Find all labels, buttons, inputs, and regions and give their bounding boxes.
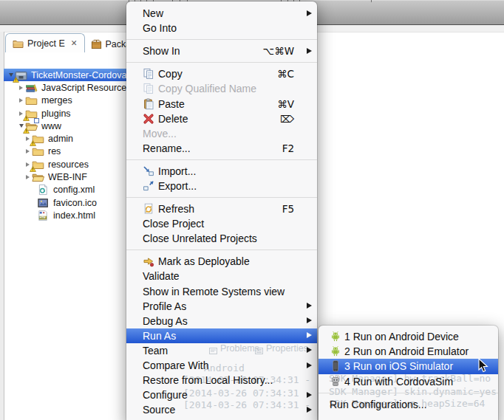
menu-item-debug-as[interactable]: Debug As [126,314,317,328]
tree-item-www[interactable]: www [4,120,126,132]
menu-item-run-as[interactable]: Run As [126,328,317,343]
menu-item-label: 4 Run with CordovaSim [344,376,453,388]
tab-close-icon[interactable]: ✕ [71,39,78,47]
submenu-item-4-run-with-cordovasim[interactable]: 4 Run with CordovaSim [319,374,498,389]
menu-item-new[interactable]: New [126,6,317,21]
menu-item-label: Profile As [143,300,186,312]
submenu-arrow-icon [307,317,312,323]
menu-item-label: Export... [158,180,197,192]
tree-item-res[interactable]: res [4,145,126,158]
expand-arrow-icon[interactable] [24,149,32,154]
menu-item-close-unrelated-projects[interactable]: Close Unrelated Projects [126,231,317,246]
submenu-arrow-icon [307,362,312,368]
menu-item-copy-qualified-name[interactable]: Copy Qualified Name [126,81,317,96]
menu-item-close-project[interactable]: Close Project [126,216,317,231]
menu-item-shortcut: ⌦ [280,113,294,125]
import-icon [143,165,154,177]
tree-item-label: TicketMonster-Cordova [31,70,126,80]
context-menu: Problems Properties Android [2014-03-26 … [126,1,317,420]
menu-item-label: Close Unrelated Projects [143,233,257,244]
tree-item-icon-wrap [25,120,38,132]
menu-item-copy[interactable]: Copy⌘C [126,66,317,81]
warning-overlay-icon [23,128,30,134]
package-explorer-icon [91,39,102,49]
menu-item-label: Refresh [158,203,194,215]
menu-item-export[interactable]: Export... [126,179,317,193]
menu-item-mark-as-deployable[interactable]: Mark as Deployable [126,254,317,269]
menu-separator [319,393,498,393]
tree-item-icon-wrap [15,69,27,81]
menu-item-shortcut: F2 [282,142,294,154]
submenu-arrow-icon [307,407,312,413]
menu-item-compare-with[interactable]: Compare With [126,358,317,373]
tree-item-merges[interactable]: merges [4,94,126,107]
menu-item-label: Show in Remote Systems view [143,286,285,297]
menu-item-label: Validate [143,270,180,282]
menu-item-source[interactable]: Source [126,402,317,417]
tree-item-label: favicon.ico [53,198,97,208]
menu-item-team[interactable]: Team [126,343,317,358]
export-icon [143,180,154,192]
tree-item-admin[interactable]: admin [4,132,126,145]
menu-item-validate[interactable]: Validate [126,269,317,283]
deploy-icon [143,255,154,267]
menu-item-label: Source [143,404,175,416]
tree-item-plugins[interactable]: plugins [4,107,126,120]
submenu-item-run-configurations[interactable]: Run Configurations... [319,397,498,412]
menu-item-paste[interactable]: Paste⌘V [126,96,317,111]
image-file-icon [37,197,50,209]
menu-item-configure[interactable]: Configure [126,388,317,402]
tree-item-web-inf[interactable]: WEB-INF [4,171,126,183]
tree-item-label: JavaScript Resources [41,83,126,93]
submenu-item-2-run-on-android-emulator[interactable]: 2 Run on Android Emulator [319,344,498,359]
menu-item-delete[interactable]: Delete⌦ [126,111,317,126]
menu-item-profile-as[interactable]: Profile As [126,299,317,314]
menu-item-label: 2 Run on Android Emulator [344,345,469,357]
tree-item-javascript-resources[interactable]: JavaScript Resources [4,81,126,94]
menu-item-shortcut: ⌘C [277,68,294,80]
tree-item-label: WEB-INF [48,172,87,182]
menu-item-shortcut: F5 [282,203,294,215]
cordovasim-icon [330,376,341,388]
menu-item-move[interactable]: Move... [126,126,317,141]
expand-arrow-icon[interactable] [17,86,25,90]
menu-item-label: Configure [143,389,188,401]
tree-item-label: res [48,146,61,156]
menu-item-go-into[interactable]: Go Into [126,21,317,35]
menu-separator [126,39,317,40]
refresh-icon [143,203,154,215]
menu-item-label: Delete [158,113,188,125]
expand-arrow-icon[interactable] [17,98,25,103]
tree-item-label: merges [41,95,72,106]
tab-project-explorer-label: Project E [27,38,65,49]
tree-item-label: config.xml [53,185,95,195]
tab-project-explorer[interactable]: Project E ✕ [5,33,85,52]
tree-item-ticketmonster-cordova[interactable]: TicketMonster-Cordova [4,69,126,81]
menu-separator [126,249,317,250]
menu-item-label: Rename... [143,142,191,154]
menu-item-rename[interactable]: Rename...F2 [126,141,317,156]
menu-item-import[interactable]: Import... [126,164,317,179]
project-explorer-icon [13,38,24,49]
eclipse-window: { "tabs": { "active": {"label": "Project… [0,0,504,420]
menu-item-show-in-remote-systems-view[interactable]: Show in Remote Systems view [126,284,317,299]
tree-item-icon-wrap [25,82,38,94]
menu-item-label: Copy Qualified Name [158,83,256,94]
tree-item-resources[interactable]: resources [4,158,126,171]
toolbar-highlight [0,0,504,1]
menu-separator [126,159,317,160]
menu-item-refresh[interactable]: RefreshF5 [126,202,317,216]
submenu-item-1-run-on-android-device[interactable]: 1 Run on Android Device [319,329,498,344]
menu-item-label: Import... [158,165,196,177]
submenu-arrow-icon [307,332,312,338]
menu-item-restore-from-local-history[interactable]: Restore from Local History... [126,373,317,388]
tree-item-favicon-ico[interactable]: favicon.ico [4,196,126,209]
tree-item-index-html[interactable]: HTMindex.html [4,209,126,221]
submenu-item-3-run-on-ios-simulator[interactable]: 3 Run on iOS Simulator [319,359,498,373]
expand-arrow-icon[interactable] [24,175,32,179]
tree-item-config-xml[interactable]: config.xml [4,184,126,196]
menu-item-label: Close Project [143,218,204,230]
html-file-icon: HTM [37,210,50,221]
menu-item-label: Debug As [143,315,188,327]
menu-item-show-in[interactable]: Show In⌥⌘W [126,44,317,58]
